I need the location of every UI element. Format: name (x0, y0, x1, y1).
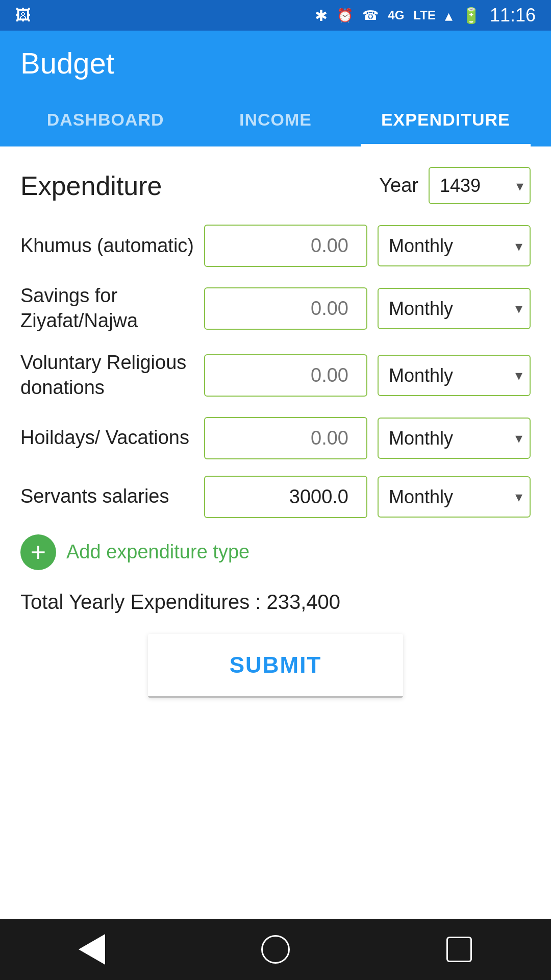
nav-home-button[interactable] (255, 929, 296, 970)
tab-income[interactable]: INCOME (190, 95, 360, 146)
bluetooth-icon: ✱ (315, 7, 328, 24)
signal-icon: ▴ (445, 7, 453, 24)
freq-select-savings[interactable]: Monthly Weekly Daily Yearly (378, 288, 531, 329)
freq-select-wrapper-holidays[interactable]: Monthly Weekly Daily Yearly (378, 418, 531, 459)
exp-label-savings: Savings for Ziyafat/Najwa (20, 283, 194, 334)
total-row: Total Yearly Expenditures : 233,400 (20, 591, 531, 614)
exp-row-holidays: Hoildays/ Vacations Monthly Weekly Daily… (20, 417, 531, 459)
year-select[interactable]: 1439 1440 1441 (429, 167, 531, 204)
back-icon (79, 934, 105, 965)
alarm-icon: ⏰ (337, 8, 353, 23)
exp-label-voluntary: Voluntary Religious donations (20, 350, 194, 401)
tab-bar: DASHBOARD INCOME EXPENDITURE (20, 95, 531, 146)
battery-icon: 🔋 (462, 7, 481, 24)
status-time: 11:16 (490, 5, 536, 26)
year-label: Year (379, 175, 418, 197)
tab-expenditure[interactable]: EXPENDITURE (361, 95, 531, 146)
call-icon: ☎ (362, 8, 379, 23)
status-bar: 🖼 ✱ ⏰ ☎ 4G LTE ▴ 🔋 11:16 (0, 0, 551, 31)
add-expenditure-button[interactable]: + (20, 534, 56, 570)
app-header: Budget DASHBOARD INCOME EXPENDITURE (0, 31, 551, 146)
nav-bar (0, 919, 551, 980)
exp-row-savings: Savings for Ziyafat/Najwa Monthly Weekly… (20, 283, 531, 334)
exp-input-holidays[interactable] (204, 417, 367, 459)
freq-select-wrapper-khumus[interactable]: Monthly Weekly Daily Yearly (378, 225, 531, 266)
freq-select-holidays[interactable]: Monthly Weekly Daily Yearly (378, 418, 531, 459)
status-right-icons: ✱ ⏰ ☎ 4G LTE ▴ 🔋 11:16 (315, 5, 536, 26)
freq-select-khumus[interactable]: Monthly Weekly Daily Yearly (378, 225, 531, 266)
submit-button[interactable]: SUBMIT (148, 634, 404, 698)
nav-recents-button[interactable] (439, 929, 480, 970)
freq-select-servants[interactable]: Monthly Weekly Daily Yearly (378, 476, 531, 518)
content-area: Expenditure Year 1439 1440 1441 Khumus (… (0, 146, 551, 919)
exp-label-holidays: Hoildays/ Vacations (20, 425, 194, 450)
exp-input-wrapper-holidays (204, 417, 367, 459)
exp-input-wrapper-voluntary (204, 354, 367, 397)
exp-input-wrapper-khumus (204, 225, 367, 267)
exp-input-wrapper-savings (204, 287, 367, 330)
freq-select-wrapper-voluntary[interactable]: Monthly Weekly Daily Yearly (378, 355, 531, 396)
exp-row-servants: Servants salaries Monthly Weekly Daily Y… (20, 476, 531, 518)
exp-row-voluntary: Voluntary Religious donations Monthly We… (20, 350, 531, 401)
home-icon (261, 935, 290, 964)
year-row: Year 1439 1440 1441 (379, 167, 531, 204)
recents-icon (446, 937, 472, 962)
exp-input-voluntary[interactable] (204, 354, 367, 397)
exp-input-wrapper-servants (204, 476, 367, 518)
exp-row-khumus: Khumus (automatic) Monthly Weekly Daily … (20, 225, 531, 267)
exp-input-khumus[interactable] (204, 225, 367, 267)
year-select-wrapper[interactable]: 1439 1440 1441 (429, 167, 531, 204)
tab-dashboard[interactable]: DASHBOARD (20, 95, 190, 146)
freq-select-wrapper-servants[interactable]: Monthly Weekly Daily Yearly (378, 476, 531, 518)
nav-back-button[interactable] (71, 929, 112, 970)
add-expenditure-label: Add expenditure type (66, 541, 249, 563)
exp-label-servants: Servants salaries (20, 484, 194, 509)
lte-label: LTE (413, 8, 436, 22)
section-header: Expenditure Year 1439 1440 1441 (20, 167, 531, 204)
add-expenditure-row[interactable]: + Add expenditure type (20, 534, 531, 570)
submit-wrapper: SUBMIT (20, 634, 531, 698)
section-title: Expenditure (20, 170, 162, 201)
app-title: Budget (20, 46, 531, 95)
freq-select-wrapper-savings[interactable]: Monthly Weekly Daily Yearly (378, 288, 531, 329)
freq-select-voluntary[interactable]: Monthly Weekly Daily Yearly (378, 355, 531, 396)
status-left-icons: 🖼 (15, 7, 31, 24)
exp-label-khumus: Khumus (automatic) (20, 233, 194, 258)
photo-icon: 🖼 (15, 7, 31, 24)
exp-input-servants[interactable] (204, 476, 367, 518)
exp-input-savings[interactable] (204, 287, 367, 330)
4g-label: 4G (388, 8, 404, 22)
